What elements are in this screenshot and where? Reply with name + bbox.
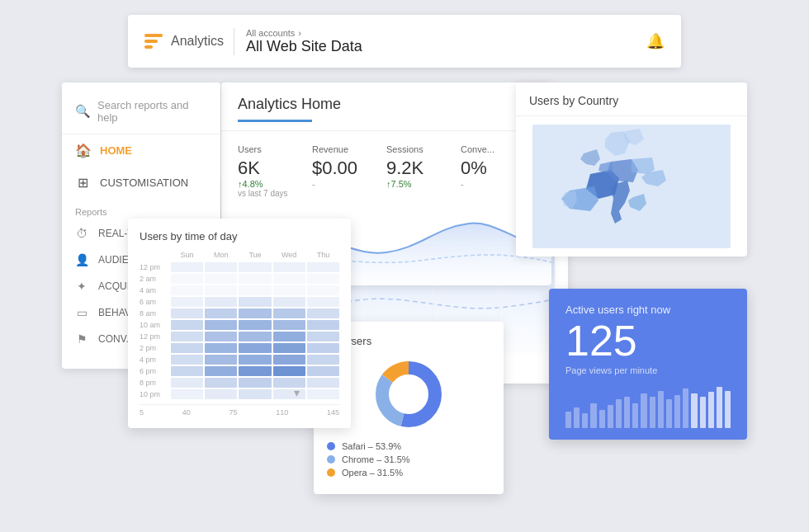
map-area [516,116,747,257]
heatmap-cell-3-4 [307,297,339,307]
col-thu: Thu [307,251,339,259]
heatmap-cell-1-4 [307,274,339,284]
heatmap-cell-11-1 [205,389,237,399]
heatmap-row-label-11: 10 pm [140,389,169,399]
mini-bar-14 [683,388,688,428]
search-bar[interactable]: 🔍 Search reports and help [62,94,220,134]
all-accounts[interactable]: All accounts › [246,28,362,38]
active-users-count: 125 [565,319,731,362]
heatmap-cell-4-1 [205,308,237,318]
mini-bar-chart [565,387,731,428]
europe-map-svg [532,125,731,248]
logo-bar-1 [144,34,163,37]
heatmap-cell-0-0 [171,262,203,272]
heatmap-row-label-7: 2 pm [140,343,169,353]
heatmap-cell-6-3 [273,332,305,341]
heatmap-cell-7-0 [171,343,203,353]
heatmap-cell-9-1 [205,366,237,376]
col-tue: Tue [239,251,271,259]
heatmap-cell-11-2 [239,389,271,399]
chrome-dot [327,455,335,464]
heatmap-cell-0-2 [239,262,271,272]
heatmap-cell-2-2 [239,285,271,295]
metric-sessions: Sessions 9.2K ↑7.5% [386,144,461,198]
heatmap-cell-0-4 [307,262,339,272]
heatmap-cell-1-3 [273,274,305,284]
heatmap-cell-9-2 [239,366,271,376]
behaviour-icon: ▭ [75,306,88,319]
heatmap-cell-6-1 [205,332,237,341]
heatmap-cell-3-0 [171,297,203,307]
customisation-icon: ⊞ [75,175,90,191]
heatmap-cell-11-4 [307,389,339,399]
reports-section-label: Reports [62,199,220,220]
analytics-title-underline [238,120,312,122]
heatmap-cell-1-2 [239,274,271,284]
metric-revenue-label: Revenue [312,144,373,154]
metric-conv-change: - [461,179,522,189]
browsers-title: Browsers [327,335,490,347]
analytics-label: Analytics [171,34,224,49]
bell-icon[interactable]: 🔔 [646,32,665,50]
active-users-card: Active users right now 125 Page views pe… [549,289,747,440]
mini-bar-13 [674,395,680,428]
heatmap-row-label-2: 4 am [140,285,169,295]
heatmap-card: Users by time of day Sun Mon Tue Wed Thu… [128,219,351,428]
safari-label: Safari – 53.9% [342,441,401,451]
heatmap-cell-4-3 [273,308,305,318]
mini-bar-7 [624,397,630,428]
opera-dot [327,468,335,477]
col-mon: Mon [205,251,237,259]
heatmap-cell-3-3 [273,297,305,307]
heatmap-cell-1-0 [171,274,203,284]
site-name: All Web Site Data [246,38,362,55]
heatmap-cell-7-1 [205,343,237,353]
heatmap-cell-2-1 [205,285,237,295]
heatmap-row-label-8: 4 pm [140,355,169,365]
mini-bar-15 [691,393,697,428]
metric-conv-label: Conve... [461,144,522,154]
heatmap-col-labels: Sun Mon Tue Wed Thu [140,251,339,259]
metric-revenue-change: - [312,179,373,189]
sidebar-item-home[interactable]: 🏠 HOME [62,134,220,167]
heatmap-cell-10-4 [307,378,339,388]
mini-bar-12 [666,399,672,428]
search-placeholder: Search reports and help [97,99,207,124]
realtime-icon: ⏱ [75,227,88,240]
heatmap-cell-6-0 [171,332,203,341]
heatmap-cell-0-1 [205,262,237,272]
analytics-home-header: Analytics Home [221,82,551,131]
heatmap-cell-11-3 [273,389,305,399]
heatmap-cell-4-2 [239,308,271,318]
mini-bar-17 [708,392,714,428]
home-icon: 🏠 [75,143,90,158]
conversions-icon: ⚑ [75,332,88,346]
heatmap-cell-5-2 [239,320,271,330]
svg-point-20 [390,376,427,412]
footer-val-2: 75 [229,408,237,417]
heatmap-cell-1-1 [205,274,237,284]
heatmap-cell-10-3 [273,378,305,388]
mini-bar-11 [658,391,664,428]
mini-bar-18 [717,387,722,428]
metric-sessions-value: 9.2K [386,158,447,179]
heatmap-title: Users by time of day [140,230,339,242]
active-users-sublabel: Page views per minute [565,365,731,375]
heatmap-row-label-0: 12 pm [140,262,169,272]
heatmap-cell-6-2 [239,332,271,341]
heatmap-row-label-1: 2 am [140,274,169,284]
heatmap-cell-8-3 [273,355,305,365]
heatmap-cell-5-3 [273,320,305,330]
mini-bar-5 [608,405,613,428]
mini-bar-6 [616,399,622,428]
chevron-down-icon[interactable]: ▾ [294,386,300,399]
metric-users: Users 6K ↑4.8% vs last 7 days [238,144,312,198]
heatmap-footer: 5 40 75 110 145 [140,404,339,417]
header-title-section: All accounts › All Web Site Data [234,28,362,55]
sidebar-item-customisation[interactable]: ⊞ CUSTOMISATION [62,167,220,199]
heatmap-cell-9-4 [307,366,339,376]
donut-svg [371,357,446,431]
heatmap-cell-7-4 [307,343,339,353]
safari-dot [327,442,335,450]
metric-revenue-value: $0.00 [312,158,373,179]
